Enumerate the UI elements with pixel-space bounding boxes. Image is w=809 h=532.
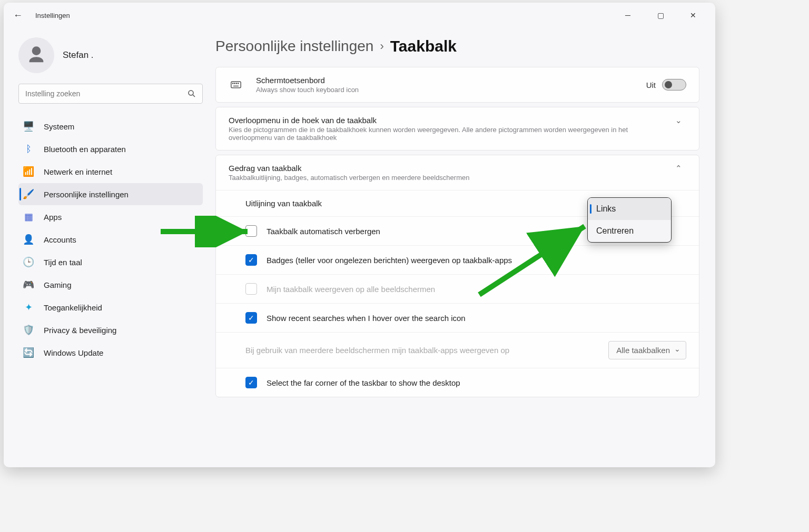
minimize-button[interactable]: ─: [619, 11, 636, 19]
update-icon: 🔄: [23, 347, 34, 358]
accessibility-icon: ✦: [23, 302, 34, 313]
body: Stefan . 🖥️SysteemᛒBluetooth en apparate…: [4, 28, 715, 467]
recent-searches-row[interactable]: ✓ Show recent searches when I hover over…: [216, 303, 699, 332]
gamepad-icon: 🎮: [23, 279, 34, 290]
nav-label: Windows Update: [44, 348, 103, 357]
svg-point-6: [238, 83, 239, 84]
toggle-state: Uit: [646, 81, 656, 89]
maximize-button[interactable]: ▢: [652, 11, 669, 19]
badges-checkbox[interactable]: ✓: [245, 254, 257, 266]
nav-label: Tijd en taal: [44, 258, 82, 267]
nav-label: Privacy & beveiliging: [44, 326, 116, 335]
recent-search-checkbox[interactable]: ✓: [245, 312, 257, 324]
svg-point-0: [189, 91, 193, 95]
touch-keyboard-card[interactable]: Schermtoetsenbord Always show touch keyb…: [215, 67, 699, 103]
settings-window: ← Instellingen ─ ▢ ✕ Stefan . 🖥️Systeemᛒ…: [4, 3, 715, 467]
nav-item-6[interactable]: 🕒Tijd en taal: [18, 251, 203, 273]
search-box: [18, 84, 203, 104]
chevron-down-icon: ⌄: [670, 116, 686, 142]
far-corner-checkbox[interactable]: ✓: [245, 377, 257, 388]
search-icon: [187, 89, 196, 98]
search-input[interactable]: [18, 84, 203, 104]
nav-item-4[interactable]: ▦Apps: [18, 206, 203, 228]
overflow-card[interactable]: Overloopmenu in de hoek van de taakbalk …: [215, 107, 699, 150]
breadcrumb: Persoonlijke instellingen › Taakbalk: [215, 37, 699, 55]
nav-label: Bluetooth en apparaten: [44, 145, 126, 154]
multi-select: Alle taakbalken: [608, 341, 686, 359]
all-displays-label: Mijn taakbalk weergeven op alle beeldsch…: [267, 285, 435, 294]
wifi-icon: 📶: [23, 166, 34, 177]
window-buttons: ─ ▢ ✕: [619, 11, 702, 19]
shield-icon: 🛡️: [23, 324, 34, 336]
overflow-title: Overloopmenu in de hoek van de taakbalk: [229, 116, 670, 125]
chevron-up-icon: ⌃: [670, 164, 686, 182]
nav-item-0[interactable]: 🖥️Systeem: [18, 115, 203, 137]
back-button[interactable]: ←: [10, 10, 26, 21]
svg-rect-2: [231, 82, 241, 88]
window-title: Instellingen: [35, 12, 619, 19]
far-corner-label: Select the far corner of the taskbar to …: [267, 378, 460, 387]
nav-item-3[interactable]: 🖌️Persoonlijke instellingen: [18, 183, 203, 205]
badges-label: Badges (teller voor ongelezen berichten)…: [267, 256, 512, 265]
badges-row[interactable]: ✓ Badges (teller voor ongelezen berichte…: [216, 245, 699, 274]
touch-kb-toggle[interactable]: [662, 79, 686, 91]
breadcrumb-current: Taakbalk: [390, 37, 457, 55]
all-displays-checkbox: [245, 283, 257, 295]
breadcrumb-parent[interactable]: Persoonlijke instellingen: [215, 38, 373, 55]
close-button[interactable]: ✕: [685, 11, 702, 19]
dropdown-option-links[interactable]: Links: [588, 198, 671, 220]
nav-label: Netwerk en internet: [44, 167, 112, 176]
user-name: Stefan .: [63, 50, 94, 61]
monitor-icon: 🖥️: [23, 121, 34, 132]
nav-label: Gaming: [44, 280, 72, 289]
person-icon: 👤: [23, 234, 34, 245]
auto-hide-checkbox[interactable]: [245, 225, 257, 237]
clock-icon: 🕒: [23, 256, 34, 268]
nav-item-10[interactable]: 🔄Windows Update: [18, 342, 203, 364]
svg-point-5: [236, 83, 236, 84]
bluetooth-icon: ᛒ: [23, 143, 34, 155]
nav-label: Persoonlijke instellingen: [44, 190, 129, 199]
nav-item-8[interactable]: ✦Toegankelijkheid: [18, 296, 203, 318]
align-label: Uitlijning van taakbalk: [245, 199, 322, 208]
auto-hide-label: Taakbalk automatisch verbergen: [267, 227, 380, 236]
nav-item-9[interactable]: 🛡️Privacy & beveiliging: [18, 319, 203, 341]
behavior-card: Gedrag van taakbalk Taakbalkuitlijning, …: [215, 155, 699, 397]
nav-label: Toegankelijkheid: [44, 303, 102, 312]
avatar-icon: [18, 37, 54, 73]
recent-search-label: Show recent searches when I hover over t…: [267, 314, 466, 323]
paint-icon: 🖌️: [23, 188, 34, 200]
profile-row[interactable]: Stefan .: [18, 37, 203, 73]
apps-icon: ▦: [23, 211, 34, 223]
title-bar: ← Instellingen ─ ▢ ✕: [4, 3, 715, 28]
nav-item-1[interactable]: ᛒBluetooth en apparaten: [18, 138, 203, 160]
keyboard-icon: [229, 77, 243, 92]
behavior-expander[interactable]: Gedrag van taakbalk Taakbalkuitlijning, …: [216, 155, 699, 190]
behavior-sub: Taakbalkuitlijning, badges, automatisch …: [229, 174, 670, 182]
far-corner-row[interactable]: ✓ Select the far corner of the taskbar t…: [216, 368, 699, 397]
main-content: Persoonlijke instellingen › Taakbalk Sch…: [210, 28, 715, 467]
nav-label: Systeem: [44, 122, 74, 131]
sidebar: Stefan . 🖥️SysteemᛒBluetooth en apparate…: [11, 28, 210, 467]
svg-point-3: [233, 83, 233, 84]
behavior-title: Gedrag van taakbalk: [229, 164, 670, 173]
touch-kb-sub: Always show touch keyboard icon: [256, 86, 646, 94]
chevron-right-icon: ›: [380, 39, 383, 53]
nav-label: Accounts: [44, 235, 76, 244]
nav-item-7[interactable]: 🎮Gaming: [18, 274, 203, 296]
nav-list: 🖥️SysteemᛒBluetooth en apparaten📶Netwerk…: [18, 113, 203, 364]
svg-line-1: [193, 95, 195, 97]
dropdown-option-centreren[interactable]: Centreren: [588, 220, 671, 242]
overflow-sub: Kies de pictogrammen die in de taakbalkh…: [229, 126, 670, 142]
nav-item-5[interactable]: 👤Accounts: [18, 228, 203, 250]
touch-kb-title: Schermtoetsenbord: [256, 76, 646, 85]
multi-display-row: Bij gebruik van meerdere beeldschermen m…: [216, 332, 699, 368]
alignment-dropdown: Links Centreren: [587, 197, 672, 243]
nav-label: Apps: [44, 213, 62, 222]
svg-point-4: [234, 83, 235, 84]
all-displays-row: Mijn taakbalk weergeven op alle beeldsch…: [216, 274, 699, 303]
nav-item-2[interactable]: 📶Netwerk en internet: [18, 160, 203, 183]
multi-label: Bij gebruik van meerdere beeldschermen m…: [245, 346, 599, 355]
